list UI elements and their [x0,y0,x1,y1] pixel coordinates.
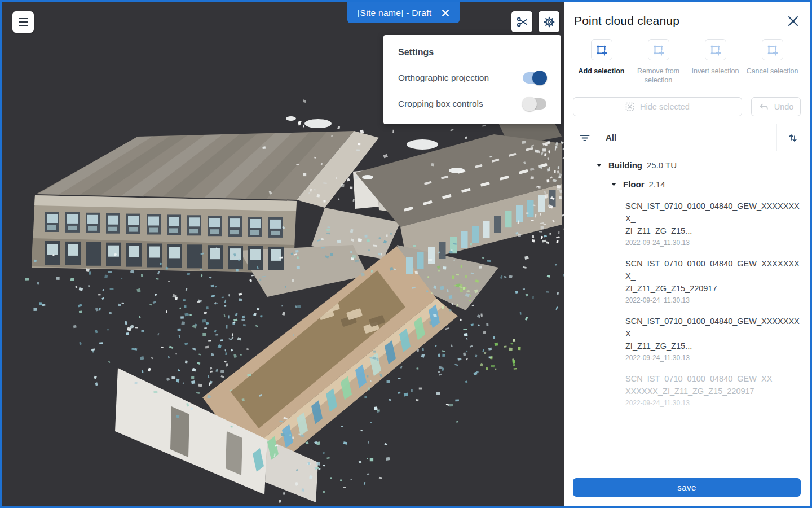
site-name-label: [Site name] - Draft [358,8,431,18]
scan-timestamp: 2022-09-24_11.30.13 [625,399,801,407]
scan-name: SCN_IST_0710_0100_04840_GEW_XXXXXXXX_ZI_… [625,315,801,352]
tree-node-floor[interactable]: Floor 2.14 [573,179,801,189]
hamburger-icon [19,21,28,23]
scan-name: SCN_IST_0710_0100_04840_GEW_XXXXXXXX_ZI_… [625,200,801,237]
viewport-3d[interactable]: [Site name] - Draft Settings [2,2,564,506]
building-value: 25.0 TU [647,160,677,170]
undo-label: Undo [774,102,794,111]
hide-selected-button[interactable]: Hide selected [573,97,742,116]
sort-button[interactable] [776,124,801,151]
tool-label: Invert selection [691,67,739,76]
setting-row-cropping: Cropping box controls [398,98,546,110]
setting-label: Orthographic projection [398,73,489,83]
x-icon [788,16,798,27]
filter-all-label[interactable]: All [606,133,616,142]
hide-selected-label: Hide selected [640,102,690,111]
menu-button[interactable] [12,11,34,33]
settings-title: Settings [398,47,546,58]
floor-value: 2.14 [649,179,665,189]
gear-icon [543,16,555,28]
filter-lines-icon [579,132,591,144]
tool-add-selection[interactable]: Add selection [573,39,630,85]
tool-label: Cancel selection [747,67,798,76]
marquee-plus-icon [766,44,778,56]
filter-row: All [573,124,801,151]
scan-timestamp: 2022-09-24_11.30.13 [625,296,801,304]
scissors-icon [516,16,528,28]
tool-remove-from-selection[interactable]: Remove from selection [630,39,687,85]
setting-row-orthographic: Orthographic projection [398,72,546,84]
selection-toolbar: Add selection Remove from selection Inve… [573,39,801,85]
selection-actions: Hide selected Undo [573,97,801,116]
scan-tree: Building 25.0 TU Floor 2.14 SCN_IST_0710… [573,160,801,468]
close-panel-button[interactable] [787,15,800,28]
settings-popover: Settings Orthographic projection Croppin… [383,35,561,124]
tool-cancel-selection[interactable]: Cancel selection [744,39,801,85]
panel-title: Point cloud cleanup [574,14,679,28]
caret-down-icon[interactable] [597,164,602,167]
hamburger-icon [19,25,28,26]
toggle-knob [522,97,537,111]
tool-label: Remove from selection [633,67,685,85]
site-name-chip[interactable]: [Site name] - Draft [347,2,460,23]
caret-down-icon[interactable] [611,183,616,186]
scan-item[interactable]: SCN_IST_0710_0100_04840_GEW_XXXXXXXX_ZI_… [573,257,801,304]
filter-button[interactable] [573,132,591,144]
setting-label: Cropping box controls [398,99,483,109]
save-button[interactable]: save [573,478,801,497]
panel-header: Point cloud cleanup [573,2,801,33]
crop-tool-button[interactable] [511,11,532,32]
floor-label: Floor [623,179,645,189]
scan-item[interactable]: SCN_IST_0710_0100_04840_GEW_XXXXXXXX_ZI_… [573,315,801,362]
scan-name: SCN_IST_0710_0100_04840_GEW_XXXXXXXX_ZI_… [625,257,801,295]
marquee-plus-icon [652,44,664,56]
tool-label: Add selection [579,67,625,76]
app-window: [Site name] - Draft Settings [0,0,812,508]
undo-button[interactable]: Undo [751,97,801,116]
sort-arrows-icon [787,132,798,144]
toggle-knob [532,71,547,85]
panel-footer: save [573,468,801,506]
scan-item[interactable]: SCN_IST_0710_0100_04840_GEW_XXXXXXXX_ZI_… [573,373,801,407]
point-cloud-cleanup-panel: Point cloud cleanup Add selection Remove… [564,2,810,506]
dashed-box-x-icon [625,102,634,111]
marquee-plus-icon [709,44,721,56]
scan-timestamp: 2022-09-24_11.30.13 [625,354,801,362]
toolbar-divider [687,40,687,86]
scan-name: SCN_IST_0710_0100_04840_GEW_XXXXXXXX_ZI_… [625,373,801,397]
cropping-box-toggle[interactable] [523,98,546,110]
tree-node-building[interactable]: Building 25.0 TU [573,160,801,170]
settings-button[interactable] [539,11,559,32]
hamburger-icon [19,18,28,19]
tool-invert-selection[interactable]: Invert selection [687,39,744,85]
scan-item[interactable]: SCN_IST_0710_0100_04840_GEW_XXXXXXXX_ZI_… [573,200,801,247]
marquee-plus-icon [595,44,607,56]
scan-timestamp: 2022-09-24_11.30.13 [625,239,801,247]
undo-arrow-icon [758,102,769,111]
orthographic-projection-toggle[interactable] [523,72,546,84]
building-label: Building [608,160,642,170]
close-site-icon[interactable] [442,9,449,17]
